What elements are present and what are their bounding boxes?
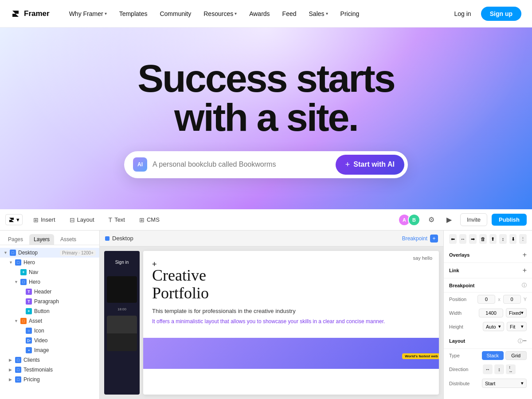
layer-name: Icon — [34, 328, 96, 334]
position-y-input[interactable] — [503, 295, 521, 304]
layer-name: Video — [34, 337, 96, 344]
layer-asset[interactable]: ▼ □ Asset — [0, 316, 99, 326]
layer-toggle-icon: ▶ — [9, 377, 15, 382]
align-right-icon[interactable]: ➡ — [469, 234, 477, 244]
width-label: Width — [449, 310, 476, 316]
nav-item-awards[interactable]: Awards — [244, 8, 275, 20]
grid-type-button[interactable]: Grid — [505, 351, 527, 360]
direction-horizontal-icon[interactable]: ↔ — [483, 364, 493, 374]
layer-icon: □ — [15, 357, 21, 363]
layer-hero-1[interactable]: ▼ □ Hero — [0, 258, 99, 267]
ai-badge: AI — [133, 157, 147, 172]
layer-name: Testimonials — [23, 367, 96, 373]
nav-item-sales[interactable]: Sales ▾ — [304, 8, 333, 20]
plus-icon: + — [345, 160, 350, 169]
direction-vertical-icon[interactable]: ↕ — [494, 364, 504, 374]
layer-icon: T — [26, 298, 32, 305]
canvas-side-frame: Sign in 18:00 — [104, 251, 140, 395]
layout-label: Layout — [449, 338, 518, 344]
canvas-main-frame: + say hello Creative Portfolio This temp… — [143, 251, 439, 395]
nav-item-why-framer[interactable]: Why Framer ▾ — [64, 8, 112, 20]
invite-button[interactable]: Invite — [460, 213, 487, 226]
brand-logo[interactable]: Framer — [11, 9, 50, 19]
height-row: Height Auto ▾ Fit ▾ — [444, 320, 532, 333]
canvas-viewport: Sign in 18:00 + say hello — [100, 246, 443, 399]
publish-button[interactable]: Publish — [492, 214, 527, 226]
layer-image[interactable]: ▪ Image — [0, 345, 99, 355]
layer-button[interactable]: + Button — [0, 306, 99, 316]
align-middle-icon[interactable]: ↕ — [499, 234, 507, 244]
delete-icon[interactable]: 🗑 — [479, 234, 487, 244]
layer-hero-2[interactable]: ▼ □ Hero — [0, 277, 99, 287]
layout-button[interactable]: ⊟ Layout — [66, 215, 98, 225]
start-with-ai-button[interactable]: + Start with AI — [336, 155, 404, 175]
layer-testimonials[interactable]: ▶ □ Testimonials — [0, 365, 99, 375]
layer-icon[interactable]: ○ Icon — [0, 326, 99, 336]
overlays-label: Overlays — [449, 252, 523, 258]
align-bottom-icon[interactable]: ⬇ — [509, 234, 517, 244]
align-top-icon[interactable]: ⬆ — [489, 234, 497, 244]
layout-minus-button[interactable]: − — [523, 337, 527, 345]
tab-pages[interactable]: Pages — [4, 234, 27, 245]
distribute-icon[interactable]: ⋮ — [519, 234, 527, 244]
layer-clients[interactable]: ▶ □ Clients — [0, 355, 99, 365]
layer-paragraph[interactable]: T Paragraph — [0, 297, 99, 306]
width-input[interactable] — [479, 309, 503, 317]
layer-icon: ○ — [26, 328, 32, 334]
distribute-dropdown[interactable]: Start ▾ — [482, 379, 527, 388]
layer-nav[interactable]: + Nav — [0, 267, 99, 277]
canvas-breakpoint[interactable]: Breakpoint + — [402, 235, 438, 243]
login-button[interactable]: Log in — [449, 8, 477, 20]
direction-row: Direction ↔ ↕ ↕↔ — [444, 362, 532, 376]
align-left-icon[interactable]: ⬅ — [449, 234, 457, 244]
layer-video[interactable]: ▷ Video — [0, 336, 99, 345]
toolbar-logo-button[interactable]: ▾ — [5, 214, 23, 225]
breakpoint-info-icon[interactable]: ⓘ — [522, 282, 527, 289]
play-button[interactable]: ▶ — [442, 213, 456, 227]
width-mode-dropdown[interactable]: Fixed ▾ — [506, 308, 527, 317]
left-panel: Pages Layers Assets ▼ □ Desktop Primary … — [0, 231, 100, 399]
y-label: Y — [524, 297, 527, 302]
tab-assets[interactable]: Assets — [56, 234, 81, 245]
tab-layers[interactable]: Layers — [29, 234, 54, 245]
nav-item-feed[interactable]: Feed — [277, 8, 302, 20]
right-panel-icon-row: ⬅ ↔ ➡ 🗑 ⬆ ↕ ⬇ ⋮ — [444, 231, 532, 247]
hero-title: Success starts with a site. — [137, 59, 394, 137]
layer-pricing[interactable]: ▶ □ Pricing — [0, 375, 99, 384]
link-label: Link — [449, 268, 523, 273]
settings-button[interactable]: ⚙ — [425, 213, 438, 227]
layers-panel: ▼ □ Desktop Primary · 1200+ ▼ □ Hero + N… — [0, 245, 99, 399]
text-button[interactable]: T Text — [105, 215, 129, 225]
side-sign-in: Sign in — [104, 251, 140, 274]
layer-name: Asset — [29, 318, 96, 324]
stack-type-button[interactable]: Stack — [482, 351, 504, 360]
layer-name: Desktop — [18, 250, 60, 256]
link-add-button[interactable]: + — [523, 266, 527, 274]
overlays-add-button[interactable]: + — [523, 251, 527, 259]
canvas-portfolio-subdesc: It offers a minimalistic layout that all… — [152, 318, 430, 325]
layer-desktop[interactable]: ▼ □ Desktop Primary · 1200+ — [0, 248, 99, 258]
nav-item-pricing[interactable]: Pricing — [335, 8, 365, 20]
nav-item-community[interactable]: Community — [154, 8, 196, 20]
editor-body: Pages Layers Assets ▼ □ Desktop Primary … — [0, 231, 532, 399]
layer-toggle-icon: ▼ — [4, 250, 10, 255]
layer-header[interactable]: T Header — [0, 287, 99, 297]
hero-prompt-input[interactable] — [153, 160, 336, 168]
nav-item-resources[interactable]: Resources ▾ — [198, 8, 242, 20]
insert-button[interactable]: ⊞ Insert — [30, 215, 59, 225]
layer-icon: □ — [20, 318, 27, 324]
direction-diagonal-icon[interactable]: ↕↔ — [506, 364, 516, 374]
framer-small-icon — [8, 217, 15, 223]
position-x-input[interactable] — [477, 295, 495, 304]
layer-name: Paragraph — [34, 298, 96, 305]
nav-item-templates[interactable]: Templates — [114, 8, 153, 20]
cms-button[interactable]: ⊞ CMS — [136, 215, 163, 225]
height-label: Height — [449, 324, 480, 329]
layout-info-icon[interactable]: ⓘ — [518, 338, 523, 344]
layer-toggle-icon: ▶ — [9, 368, 15, 372]
height-value-dropdown[interactable]: Auto ▾ — [483, 322, 504, 331]
chevron-down-icon: ▾ — [521, 310, 524, 316]
align-center-icon[interactable]: ↔ — [459, 234, 467, 244]
signup-button[interactable]: Sign up — [481, 7, 521, 21]
height-mode-dropdown[interactable]: Fit ▾ — [507, 322, 527, 331]
